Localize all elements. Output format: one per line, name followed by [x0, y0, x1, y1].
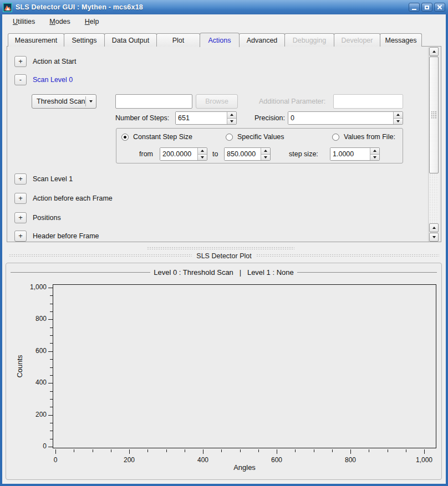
app-window: SLS Detector GUI : Mythen - mcs6x18 Util… [0, 0, 448, 486]
expand-scan-level-1-button[interactable]: + [14, 173, 27, 185]
menubar: Utilities Modes Help [2, 14, 446, 29]
step-size-decrement-button[interactable] [370, 155, 379, 161]
from-label: from [139, 147, 153, 161]
y-minor-tick [50, 439, 53, 439]
expand-header-before-frame-button[interactable]: + [14, 231, 27, 242]
scrollbar-thumb[interactable] [429, 57, 439, 173]
menu-utilities[interactable]: Utilities [8, 16, 40, 27]
scan-mode-select[interactable]: Threshold Scan [32, 94, 96, 109]
tab-advanced[interactable]: Advanced [239, 33, 285, 47]
section-scan-level-0-label: Scan Level 0 [33, 74, 73, 85]
x-minor-tick [221, 449, 222, 452]
y-minor-tick [50, 423, 53, 423]
y-minor-tick [50, 359, 53, 360]
y-tick-label: 600 [18, 347, 47, 355]
x-minor-tick [369, 449, 369, 452]
browse-button: Browse [196, 94, 238, 109]
to-decrement-button[interactable] [261, 155, 270, 161]
y-minor-tick [50, 304, 53, 304]
tab-bar: Measurement Settings Data Output Plot Ac… [8, 33, 421, 47]
scroll-up-button[interactable] [429, 47, 439, 56]
y-minor-tick [50, 431, 53, 431]
tab-debugging: Debugging [284, 33, 334, 47]
x-axis-label: Angles [53, 463, 436, 472]
plot-canvas[interactable]: 02004006008001,00002004006008001,000 [53, 284, 436, 448]
number-of-steps-label: Number of Steps: [115, 111, 169, 125]
y-tick-label: 800 [18, 315, 47, 323]
step-size-input[interactable] [330, 148, 370, 160]
precision-input[interactable] [288, 112, 393, 124]
tab-plot[interactable]: Plot [156, 33, 200, 47]
precision-increment-button[interactable] [394, 112, 403, 119]
app-icon[interactable] [3, 3, 12, 12]
tab-settings[interactable]: Settings [64, 33, 105, 47]
scroll-up-button-bottom[interactable] [429, 223, 439, 232]
plot-groupbox-title: Level 0 : Threshold Scan | Level 1 : Non… [11, 268, 437, 277]
x-minor-tick [111, 449, 111, 452]
precision-decrement-button[interactable] [394, 119, 403, 125]
tab-messages[interactable]: Messages [380, 33, 422, 47]
radio-values-from-file[interactable] [332, 134, 339, 141]
expand-action-before-frame-button[interactable]: + [14, 193, 27, 204]
precision-spinbox [288, 111, 403, 125]
x-minor-tick [406, 449, 406, 452]
from-input[interactable] [160, 148, 197, 160]
window-controls [409, 3, 445, 12]
collapse-scan-level-0-button[interactable]: - [14, 74, 27, 85]
y-axis-label: Counts [16, 355, 24, 377]
x-tick-label: 1,000 [408, 456, 441, 464]
dock-texture-left [9, 254, 192, 258]
x-minor-tick [93, 449, 93, 452]
y-minor-tick [50, 391, 53, 392]
menu-modes[interactable]: Modes [44, 16, 75, 27]
scrollbar-trough[interactable] [429, 173, 439, 223]
x-minor-tick [147, 449, 148, 452]
y-major-tick [48, 319, 53, 320]
y-minor-tick [50, 343, 53, 344]
from-increment-button[interactable] [198, 148, 207, 155]
scrollbar-grip-icon [431, 111, 437, 119]
expand-positions-button[interactable]: + [14, 212, 27, 223]
menu-help[interactable]: Help [80, 16, 104, 27]
x-minor-tick [332, 449, 333, 452]
x-tick-label: 200 [113, 456, 146, 464]
x-minor-tick [240, 449, 241, 452]
maximize-button[interactable] [421, 3, 432, 12]
y-minor-tick [50, 407, 53, 407]
dock-title: SLS Detector Plot [196, 252, 251, 260]
vertical-scrollbar[interactable] [428, 47, 439, 242]
steps-increment-button[interactable] [227, 112, 236, 119]
radio-specific-values[interactable] [226, 134, 233, 141]
plot-title: Level 0 : Threshold Scan | Level 1 : Non… [150, 268, 297, 277]
from-decrement-button[interactable] [198, 155, 207, 161]
to-increment-button[interactable] [261, 148, 270, 155]
y-tick-label: 0 [18, 442, 47, 450]
tab-measurement[interactable]: Measurement [8, 33, 64, 47]
y-minor-tick [50, 311, 53, 312]
scan-script-input[interactable] [115, 94, 192, 109]
tab-data-output[interactable]: Data Output [104, 33, 157, 47]
additional-parameter-input [333, 94, 403, 109]
splitter-handle[interactable] [147, 247, 294, 249]
y-minor-tick [50, 399, 53, 400]
step-size-label: step size: [289, 147, 318, 161]
x-major-tick [55, 449, 56, 454]
x-minor-tick [74, 449, 74, 452]
window-body: Utilities Modes Help Measurement Setting… [2, 14, 446, 484]
to-input[interactable] [225, 148, 261, 160]
section-action-before-frame-label: Action before each Frame [33, 193, 113, 204]
step-size-increment-button[interactable] [370, 148, 379, 155]
close-button[interactable] [434, 3, 445, 12]
section-action-at-start-label: Action at Start [33, 56, 77, 67]
minimize-button[interactable] [409, 3, 420, 12]
steps-decrement-button[interactable] [227, 119, 236, 125]
radio-constant-step-size[interactable] [121, 134, 129, 141]
x-major-tick [424, 449, 425, 454]
scroll-down-button[interactable] [429, 233, 439, 242]
tab-actions[interactable]: Actions [200, 33, 240, 47]
expand-action-at-start-button[interactable]: + [14, 56, 27, 67]
actions-tab-panel: + Action at Start - Scan Level 0 Thresho… [7, 46, 441, 242]
number-of-steps-input[interactable] [176, 112, 227, 124]
y-minor-tick [50, 328, 53, 328]
section-header-before-frame-label: Header before Frame [33, 231, 99, 242]
